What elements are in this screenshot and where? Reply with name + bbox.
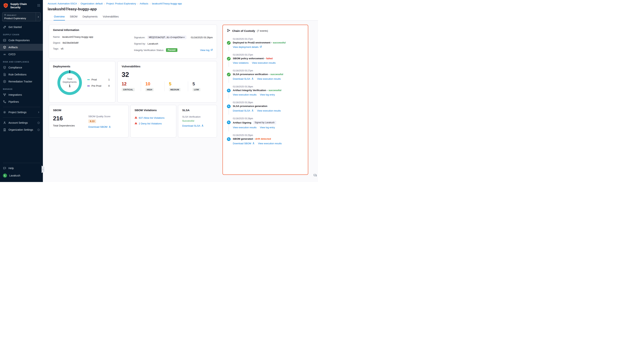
sidebar-item-rule-definitions[interactable]: Rule Definitions [0,71,43,78]
building-icon [3,128,6,132]
sidebar-item-compliance[interactable]: Compliance [0,64,43,71]
legend-marker-prod [87,79,90,80]
repository-icon [3,39,6,42]
event-title: Deployed to Prod2 environment - [233,41,272,44]
project-selector[interactable]: PROJECT Product Exploratory [2,12,41,21]
download-slsa-link[interactable]: Download SLSA [233,109,254,112]
name-label: Name: [53,36,60,38]
tab-vulnerabilities[interactable]: Vulnerabilities [102,14,119,20]
view-execution-results-link[interactable]: View execution results [233,126,256,129]
card-title: Deployments [53,65,111,68]
timeline-event: 01/16/2025 03:27pm SLSA provenance verif… [227,70,304,86]
breadcrumb-project[interactable]: Project: Product Exploratory [106,2,136,5]
tab-overview[interactable]: Overview [54,14,65,20]
download-icon [201,124,204,127]
chevron-right-icon: › [150,2,150,5]
breadcrumb-artifacts[interactable]: Artifacts [140,2,148,5]
status-badge-passed: Passed [166,48,178,52]
gear-icon [3,110,6,114]
breadcrumb: Account: Automation-SSCA › Organization:… [43,0,318,5]
tab-sbom[interactable]: SBOM [70,14,78,20]
chevron-right-icon: › [78,2,79,5]
download-slsa-link[interactable]: Download SLSA [233,77,254,80]
view-execution-results-link[interactable]: View execution results [233,93,256,96]
resource-center-icon[interactable] [313,173,317,178]
user-menu[interactable]: L Lavakush [0,172,43,180]
sbom-quality-score-badge: 6.13 [88,120,96,123]
download-sbom-link[interactable]: Download SBOM [88,126,111,128]
sidebar-item-get-started[interactable]: Get Started [0,24,43,30]
medium-count: 5 [169,81,188,86]
sidebar-item-label: CI/CD [8,53,16,56]
sidebar-item-label: Help [8,167,14,170]
nodes-icon [3,93,6,96]
legend-value: 1 [108,78,110,81]
sidebar-section-risk-compliance: RISK AND COMPLIANCE [0,58,43,64]
timeline-event: 01/16/2025 03:26pm Artifact Integrity Ve… [227,86,304,101]
timeline-event: 01/16/2025 03:26pm Artifact Signing Sign… [227,117,304,134]
view-execution-results-link[interactable]: View execution results [257,78,281,80]
view-deployment-details-link[interactable]: View deployment details [233,46,262,48]
app-grid-icon[interactable] [37,4,40,8]
general-information-card: General Information Name: lavakush07/eas… [49,25,217,59]
view-execution-results-link[interactable]: View execution results [258,142,282,145]
artifact-name: lavakush07/easy-buggy-app [62,36,93,38]
event-status: drift detected [255,138,271,140]
sidebar-item-label: Account Settings [8,121,28,124]
view-violations-link[interactable]: View violations [233,62,248,64]
view-log-entry-link[interactable]: View log entry [260,126,275,129]
sidebar-item-integrations[interactable]: Integrations [0,91,43,98]
donut-center-label: Total Deployments [62,78,77,84]
deny-list-violations-link[interactable]: 2 Deny list Violations [139,122,162,125]
sidebar-item-project-settings[interactable]: Project Settings [0,109,43,116]
deployment-event-icon [227,41,230,45]
content-area: General Information Name: lavakush07/eas… [43,20,318,182]
view-log-entry-link[interactable]: View log entry [260,93,275,96]
artifact-digest: 8d23bd3b5d8f [62,42,78,44]
event-title: Artifact Signing [233,121,252,124]
sidebar-item-account-settings[interactable]: Account Settings [0,119,43,126]
sidebar-item-artifacts[interactable]: Artifacts [0,44,43,51]
chevron-right-icon [36,12,40,21]
sidebar-header: Supply Chain Security [0,0,43,11]
event-time: 01/16/2025 03:27pm [233,38,286,40]
timeline-rail [227,134,230,145]
event-title: Artifact Integrity Verification - [233,89,268,92]
divider [3,163,40,163]
view-execution-results-link[interactable]: View execution results [252,62,276,64]
event-title: SLSA provenance generation [233,105,268,108]
warning-icon [134,122,137,125]
breadcrumb-current[interactable]: lavakush07/easy-buggy-app [152,2,182,5]
breadcrumb-account[interactable]: Account: Automation-SSCA [48,2,77,5]
sidebar-item-remediation-tracker[interactable]: Remediation Tracker [0,78,43,85]
sidebar-item-pipelines[interactable]: Pipelines [0,98,43,105]
sbom-total-label: Total Dependencies [53,124,88,127]
card-title: SLSA [182,108,213,112]
severity-breakdown: 12 CRITICAL 10 HIGH 5 MEDIUM [122,81,213,91]
view-execution-results-link[interactable]: View execution results [257,109,281,112]
tab-deployments[interactable]: Deployments [82,14,98,20]
signature-value: MEQCICde2VjIT...bL+2+mqnOXw== [147,36,186,39]
legend-label: Prod [92,78,97,81]
timeline-rail [227,38,230,48]
slsa-verification-status: Successful [182,120,213,122]
sidebar-section-manage: MANAGE [0,85,43,91]
artifact-tags: v5 [61,47,63,50]
sidebar-item-help[interactable]: Help [0,165,43,172]
event-status: successful [270,73,283,76]
sidebar-item-code-repositories[interactable]: Code Repositories [0,37,43,44]
breadcrumb-organization[interactable]: Organization: default [80,2,103,5]
download-slsa-link[interactable]: Download SLSA [182,124,204,127]
vulnerabilities-total: 32 [122,71,213,78]
sidebar: Supply Chain Security PROJECT Product Ex… [0,0,43,182]
sbom-violations-card: SBOM Violations 637 Allow list Violation… [130,105,176,138]
download-sbom-link[interactable]: Download SBOM [233,142,255,145]
sidebar-item-cicd[interactable]: ∞ CI/CD [0,51,43,58]
card-title: Chain of Custody [232,29,255,32]
external-link-icon [260,46,262,48]
info-icon [37,128,40,131]
view-log-link[interactable]: View log [200,49,213,52]
sbom-quality-label: SBOM Quality Score [88,115,111,118]
allow-list-violations-link[interactable]: 637 Allow list Violations [139,116,164,119]
sidebar-item-organization-settings[interactable]: Organization Settings [0,126,43,133]
